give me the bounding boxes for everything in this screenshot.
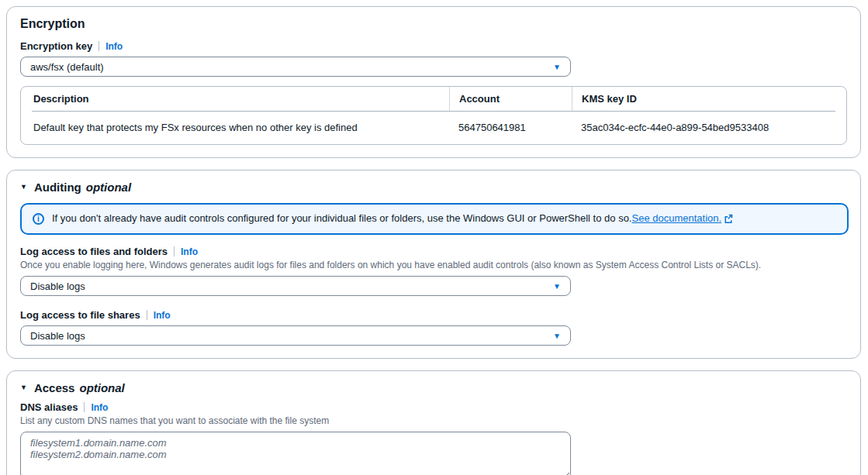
cell-kms-key-id: 35ac034c-ecfc-44e0-a899-54bed9533408 (572, 112, 835, 144)
cell-account: 564750641981 (449, 112, 572, 144)
dns-aliases-description: List any custom DNS names that you want … (20, 415, 847, 427)
kms-key-table-header: Description Account KMS key ID (32, 87, 835, 112)
chevron-down-icon: ▼ (553, 332, 561, 340)
column-header-kms-key-id: KMS key ID (572, 87, 835, 111)
see-documentation-link[interactable]: See documentation. (631, 212, 721, 224)
label-divider (147, 310, 147, 320)
auditing-section-toggle[interactable]: ▼ Auditing optional (20, 181, 847, 194)
log-shares-select[interactable]: Disable logs ▼ (20, 325, 571, 346)
column-header-account: Account (449, 87, 572, 111)
triangle-down-icon: ▼ (20, 183, 27, 191)
access-title: Access (34, 381, 75, 394)
encryption-key-label: Encryption key (20, 40, 92, 52)
info-icon: i (33, 213, 44, 225)
encryption-key-select[interactable]: aws/fsx (default) ▼ (20, 57, 571, 77)
log-files-label: Log access to files and folders (20, 246, 168, 257)
label-divider (84, 402, 85, 412)
log-shares-info-link[interactable]: Info (154, 310, 171, 321)
audit-alert-text: If you don't already have audit controls… (52, 212, 733, 225)
audit-info-alert: i If you don't already have audit contro… (20, 203, 849, 235)
log-shares-label-row: Log access to file shares Info (20, 309, 847, 321)
page: Encryption Encryption key Info aws/fsx (… (0, 0, 868, 475)
dns-aliases-label-row: DNS aliases Info (20, 401, 847, 413)
access-optional-label: optional (79, 381, 124, 394)
encryption-title: Encryption (20, 17, 847, 31)
access-section-toggle[interactable]: ▼ Access optional (20, 381, 847, 394)
column-header-description: Description (32, 87, 449, 111)
auditing-optional-label: optional (86, 181, 131, 194)
auditing-section: ▼ Auditing optional i If you don't alrea… (6, 170, 861, 359)
external-link-icon (724, 214, 733, 225)
dns-aliases-label: DNS aliases (20, 401, 78, 413)
dns-aliases-info-link[interactable]: Info (91, 402, 108, 413)
label-divider (99, 41, 99, 51)
log-files-select-value: Disable logs (30, 281, 85, 292)
label-divider (174, 246, 175, 256)
cell-description: Default key that protects my FSx resourc… (32, 112, 449, 144)
encryption-key-select-value: aws/fsx (default) (30, 61, 104, 73)
log-files-label-row: Log access to files and folders Info (20, 246, 847, 257)
access-section: ▼ Access optional DNS aliases Info List … (6, 370, 861, 475)
triangle-down-icon: ▼ (20, 384, 27, 391)
table-row: Default key that protects my FSx resourc… (32, 112, 835, 144)
encryption-section: Encryption Encryption key Info aws/fsx (… (6, 6, 861, 158)
log-shares-label: Log access to file shares (20, 309, 140, 321)
log-files-info-link[interactable]: Info (181, 246, 198, 257)
encryption-key-info-link[interactable]: Info (105, 41, 123, 52)
chevron-down-icon: ▼ (553, 282, 561, 291)
encryption-key-label-row: Encryption key Info (20, 40, 847, 52)
log-shares-select-value: Disable logs (30, 330, 85, 342)
kms-key-table: Description Account KMS key ID Default k… (20, 86, 847, 145)
chevron-down-icon: ▼ (553, 63, 561, 71)
log-files-description: Once you enable logging here, Windows ge… (20, 260, 847, 271)
log-files-select[interactable]: Disable logs ▼ (20, 276, 571, 296)
auditing-title: Auditing (34, 181, 81, 194)
dns-aliases-textarea[interactable] (20, 432, 571, 475)
